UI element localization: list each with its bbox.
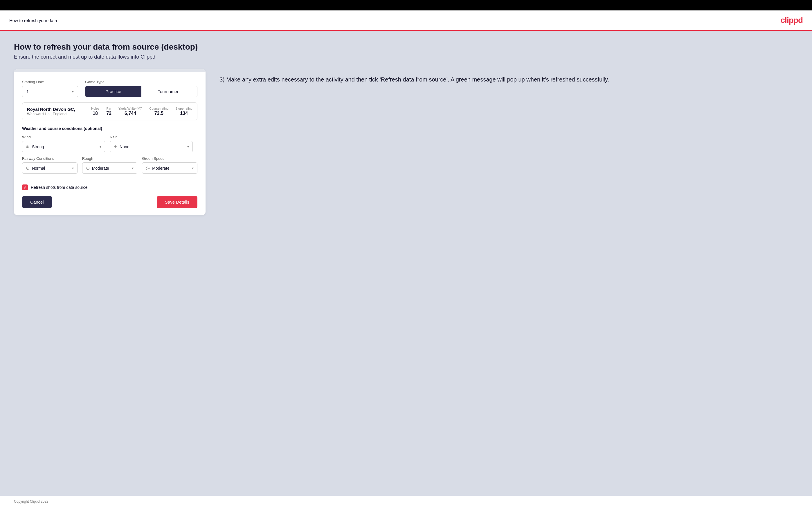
rain-select-inner: ✦ None	[113, 144, 129, 149]
yards-value: 6,744	[124, 111, 136, 116]
green-value: Moderate	[152, 166, 169, 171]
cancel-button[interactable]: Cancel	[22, 196, 52, 208]
par-label: Par	[106, 107, 111, 110]
stat-slope-rating: Slope rating 134	[175, 107, 193, 116]
starting-hole-select[interactable]: 1 ▾	[22, 86, 78, 97]
rough-select[interactable]: ⊙ Moderate ▾	[82, 162, 138, 174]
green-icon: ◎	[146, 165, 150, 171]
wind-value: Strong	[32, 145, 44, 149]
wind-icon: ≋	[26, 144, 30, 149]
rain-select[interactable]: ✦ None ▾	[110, 141, 193, 152]
course-location: Westward Ho!, England	[27, 112, 91, 116]
tournament-button[interactable]: Tournament	[141, 86, 197, 97]
main-content: Starting Hole 1 ▾ Game Type Practice Tou…	[14, 69, 798, 215]
divider	[22, 179, 197, 179]
yards-label: Yards/White (M))	[118, 107, 142, 110]
conditions-section-label: Weather and course conditions (optional)	[22, 126, 197, 131]
course-stats: Holes 18 Par 72 Yards/White (M)) 6,744	[91, 107, 193, 116]
fairway-group: Fairway Conditions ⊙ Normal ▾	[22, 156, 78, 174]
fairway-value: Normal	[32, 166, 45, 171]
game-type-buttons: Practice Tournament	[85, 86, 197, 97]
practice-button[interactable]: Practice	[85, 86, 141, 97]
stat-holes: Holes 18	[91, 107, 99, 116]
conditions-row-1: Wind ≋ Strong ▾ Rain	[22, 135, 197, 152]
starting-hole-label: Starting Hole	[22, 80, 78, 84]
game-type-label: Game Type	[85, 80, 197, 84]
form-card: Starting Hole 1 ▾ Game Type Practice Tou…	[14, 69, 206, 215]
rough-icon: ⊙	[86, 165, 90, 171]
par-value: 72	[106, 111, 111, 116]
refresh-checkbox[interactable]	[22, 184, 28, 190]
course-rating-label: Course rating	[149, 107, 168, 110]
rain-label: Rain	[110, 135, 193, 139]
rain-chevron-icon: ▾	[187, 145, 189, 149]
fairway-label: Fairway Conditions	[22, 156, 78, 161]
green-select-inner: ◎ Moderate	[146, 165, 169, 171]
starting-hole-group: Starting Hole 1 ▾	[22, 80, 78, 97]
wind-select[interactable]: ≋ Strong ▾	[22, 141, 105, 152]
course-rating-value: 72.5	[154, 111, 163, 116]
rain-icon: ✦	[113, 144, 117, 149]
save-button[interactable]: Save Details	[157, 196, 197, 208]
green-group: Green Speed ◎ Moderate ▾	[142, 156, 197, 174]
stat-par: Par 72	[106, 107, 111, 116]
rough-select-inner: ⊙ Moderate	[86, 165, 109, 171]
wind-group: Wind ≋ Strong ▾	[22, 135, 105, 152]
page-title: How to refresh your data from source (de…	[14, 42, 798, 52]
green-label: Green Speed	[142, 156, 197, 161]
course-info: Royal North Devon GC, Westward Ho!, Engl…	[22, 102, 197, 120]
card-top-strip	[14, 69, 206, 72]
wind-chevron-icon: ▾	[100, 145, 101, 149]
stat-yards: Yards/White (M)) 6,744	[118, 107, 142, 116]
rough-label: Rough	[82, 156, 138, 161]
game-type-group: Game Type Practice Tournament	[85, 80, 197, 97]
holes-value: 18	[93, 111, 98, 116]
refresh-label: Refresh shots from data source	[31, 185, 87, 190]
info-panel: 3) Make any extra edits necessary to the…	[219, 69, 798, 84]
wind-label: Wind	[22, 135, 105, 139]
copyright: Copyright Clippd 2022	[14, 500, 48, 504]
form-actions: Cancel Save Details	[22, 196, 197, 208]
top-bar	[0, 0, 812, 10]
fairway-icon: ⊙	[26, 165, 30, 171]
footer: Copyright Clippd 2022	[0, 496, 812, 507]
course-name-block: Royal North Devon GC, Westward Ho!, Engl…	[27, 107, 91, 116]
stat-course-rating: Course rating 72.5	[149, 107, 168, 116]
slope-rating-label: Slope rating	[175, 107, 193, 110]
header-title: How to refresh your data	[9, 18, 57, 23]
rain-group: Rain ✦ None ▾	[110, 135, 193, 152]
form-row-top: Starting Hole 1 ▾ Game Type Practice Tou…	[22, 80, 197, 97]
fairway-select-inner: ⊙ Normal	[26, 165, 45, 171]
conditions-row-2: Fairway Conditions ⊙ Normal ▾ Rough	[22, 156, 197, 174]
rough-chevron-icon: ▾	[132, 166, 134, 170]
content-area: How to refresh your data from source (de…	[0, 31, 812, 496]
holes-label: Holes	[91, 107, 99, 110]
rough-value: Moderate	[92, 166, 109, 171]
header: How to refresh your data clippd	[0, 10, 812, 31]
rain-value: None	[119, 145, 129, 149]
rough-group: Rough ⊙ Moderate ▾	[82, 156, 138, 174]
info-text: 3) Make any extra edits necessary to the…	[219, 75, 798, 84]
green-chevron-icon: ▾	[192, 166, 194, 170]
fairway-chevron-icon: ▾	[72, 166, 74, 170]
page-subtitle: Ensure the correct and most up to date d…	[14, 54, 798, 60]
logo: clippd	[781, 16, 803, 25]
slope-rating-value: 134	[180, 111, 188, 116]
refresh-row: Refresh shots from data source	[22, 184, 197, 190]
starting-hole-value: 1	[27, 89, 29, 94]
starting-hole-chevron-icon: ▾	[72, 90, 74, 94]
green-select[interactable]: ◎ Moderate ▾	[142, 162, 197, 174]
course-name: Royal North Devon GC,	[27, 107, 91, 112]
fairway-select[interactable]: ⊙ Normal ▾	[22, 162, 78, 174]
wind-select-inner: ≋ Strong	[26, 144, 44, 149]
